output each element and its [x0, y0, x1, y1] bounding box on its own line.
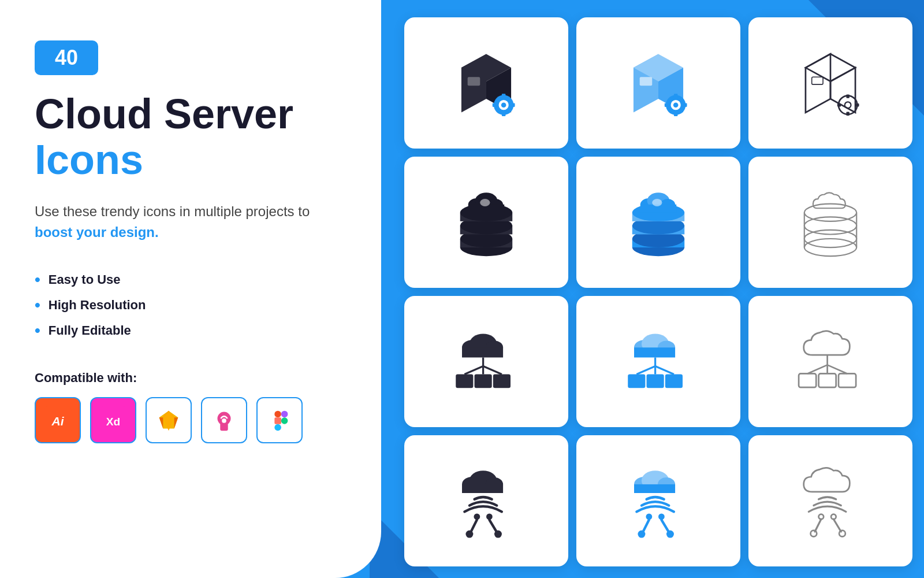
title-blue: Icons: [35, 137, 346, 183]
svg-rect-23: [468, 77, 480, 86]
sketch-icon: [146, 397, 192, 443]
svg-rect-118: [462, 484, 503, 492]
svg-rect-41: [683, 103, 687, 106]
svg-point-85: [804, 203, 856, 221]
feature-editable: Fully Editable: [35, 323, 346, 339]
cloud-signal-duotone-card: [576, 435, 740, 566]
icon-grid: [404, 17, 912, 566]
svg-line-93: [483, 366, 502, 374]
svg-rect-40: [665, 103, 669, 106]
main-container: 40 Cloud Server Icons Use these trendy i…: [0, 0, 924, 578]
svg-point-13: [222, 418, 226, 423]
server-duotone-card: [576, 17, 740, 149]
svg-rect-51: [855, 103, 859, 106]
subtitle-highlight: boost your design.: [35, 224, 159, 240]
svg-point-19: [281, 418, 288, 425]
svg-rect-27: [502, 94, 505, 98]
svg-line-137: [815, 519, 821, 532]
svg-rect-49: [846, 112, 849, 115]
svg-rect-28: [502, 112, 505, 116]
svg-rect-128: [634, 484, 675, 492]
svg-point-37: [673, 102, 679, 108]
svg-line-104: [655, 366, 674, 374]
svg-line-138: [833, 519, 841, 532]
svg-line-131: [643, 520, 649, 532]
count-badge: 40: [35, 40, 98, 75]
svg-line-132: [661, 520, 669, 532]
svg-rect-15: [274, 411, 281, 418]
database-solid-card: [404, 157, 568, 288]
feature-hires: High Resolution: [35, 297, 346, 313]
compat-icons: Ai Xd: [35, 397, 346, 443]
svg-point-133: [638, 530, 645, 538]
figma-icon: [256, 397, 303, 443]
database-duotone-card: [576, 157, 740, 288]
svg-rect-18: [281, 411, 288, 418]
svg-point-123: [465, 530, 473, 538]
svg-rect-96: [493, 374, 511, 388]
svg-point-124: [494, 530, 502, 538]
cloud-signal-solid-card: [404, 435, 568, 566]
svg-point-140: [839, 530, 845, 536]
svg-point-82: [804, 217, 856, 234]
cloud-network-duotone-card: [576, 296, 740, 427]
svg-marker-44: [830, 68, 855, 113]
svg-rect-45: [812, 77, 823, 84]
svg-rect-30: [511, 103, 515, 106]
cloud-network-solid-card: [404, 296, 568, 427]
compatible-label: Compatible with:: [35, 370, 346, 386]
cloud-signal-outline-card: [748, 435, 912, 566]
svg-rect-105: [628, 374, 645, 388]
svg-rect-16: [274, 418, 281, 425]
subtitle: Use these trendy icons in multiple proje…: [35, 201, 346, 243]
subtitle-normal: Use these trendy icons in multiple proje…: [35, 203, 310, 219]
feature-easy: Easy to Use: [35, 272, 346, 288]
svg-point-63: [480, 199, 490, 206]
svg-rect-95: [475, 374, 492, 388]
database-outline-card: [748, 157, 912, 288]
svg-text:Xd: Xd: [106, 416, 121, 428]
svg-line-102: [636, 366, 655, 374]
svg-point-26: [501, 102, 506, 108]
adobexd-icon: Xd: [90, 397, 136, 443]
svg-rect-112: [799, 373, 816, 387]
title-main: Cloud Server: [35, 91, 346, 137]
svg-point-139: [811, 530, 817, 536]
svg-rect-39: [674, 112, 677, 116]
svg-point-75: [652, 199, 662, 206]
svg-rect-114: [839, 373, 856, 387]
svg-rect-34: [640, 77, 653, 86]
svg-rect-107: [665, 374, 683, 388]
svg-rect-12: [220, 423, 228, 431]
svg-rect-89: [462, 347, 503, 357]
illustrator-icon: Ai: [35, 397, 81, 443]
svg-rect-48: [846, 94, 849, 98]
svg-rect-17: [274, 424, 281, 431]
svg-line-109: [807, 365, 827, 373]
svg-rect-38: [674, 94, 677, 98]
svg-line-111: [828, 365, 847, 373]
svg-line-122: [489, 520, 497, 532]
svg-marker-42: [806, 54, 830, 112]
right-panel: [370, 0, 924, 578]
svg-rect-100: [634, 347, 675, 357]
features-list: Easy to Use High Resolution Fully Editab…: [35, 272, 346, 339]
svg-line-121: [471, 520, 477, 532]
left-panel: 40 Cloud Server Icons Use these trendy i…: [0, 0, 381, 578]
svg-text:Ai: Ai: [51, 415, 64, 428]
svg-rect-29: [493, 103, 497, 106]
svg-rect-94: [456, 374, 473, 388]
svg-line-91: [464, 366, 483, 374]
cloud-network-outline-card: [748, 296, 912, 427]
svg-point-134: [666, 530, 674, 538]
svg-rect-113: [819, 373, 836, 387]
server-outline-card: [748, 17, 912, 149]
svg-point-47: [845, 102, 851, 108]
craft-icon: [201, 397, 247, 443]
server-solid-card: [404, 17, 568, 149]
svg-rect-50: [837, 103, 841, 106]
svg-rect-106: [647, 374, 664, 388]
